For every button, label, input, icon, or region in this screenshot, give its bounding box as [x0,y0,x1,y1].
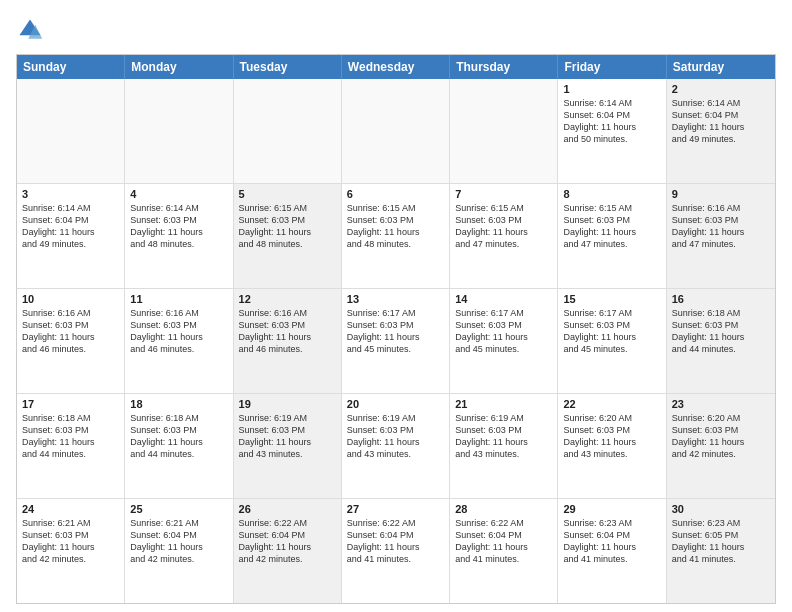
day-info: Sunrise: 6:17 AM Sunset: 6:03 PM Dayligh… [347,307,444,356]
header-day-monday: Monday [125,55,233,79]
calendar-week-4: 17Sunrise: 6:18 AM Sunset: 6:03 PM Dayli… [17,394,775,499]
day-cell-8: 8Sunrise: 6:15 AM Sunset: 6:03 PM Daylig… [558,184,666,288]
day-info: Sunrise: 6:19 AM Sunset: 6:03 PM Dayligh… [347,412,444,461]
calendar-header: SundayMondayTuesdayWednesdayThursdayFrid… [17,55,775,79]
day-cell-17: 17Sunrise: 6:18 AM Sunset: 6:03 PM Dayli… [17,394,125,498]
day-cell-29: 29Sunrise: 6:23 AM Sunset: 6:04 PM Dayli… [558,499,666,603]
day-number: 3 [22,188,119,200]
day-number: 19 [239,398,336,410]
day-info: Sunrise: 6:23 AM Sunset: 6:04 PM Dayligh… [563,517,660,566]
day-info: Sunrise: 6:22 AM Sunset: 6:04 PM Dayligh… [239,517,336,566]
day-info: Sunrise: 6:18 AM Sunset: 6:03 PM Dayligh… [22,412,119,461]
day-number: 26 [239,503,336,515]
header-day-friday: Friday [558,55,666,79]
calendar-week-3: 10Sunrise: 6:16 AM Sunset: 6:03 PM Dayli… [17,289,775,394]
day-cell-2: 2Sunrise: 6:14 AM Sunset: 6:04 PM Daylig… [667,79,775,183]
day-info: Sunrise: 6:14 AM Sunset: 6:03 PM Dayligh… [130,202,227,251]
day-number: 24 [22,503,119,515]
day-number: 18 [130,398,227,410]
day-info: Sunrise: 6:18 AM Sunset: 6:03 PM Dayligh… [672,307,770,356]
day-cell-6: 6Sunrise: 6:15 AM Sunset: 6:03 PM Daylig… [342,184,450,288]
day-info: Sunrise: 6:20 AM Sunset: 6:03 PM Dayligh… [563,412,660,461]
day-info: Sunrise: 6:15 AM Sunset: 6:03 PM Dayligh… [347,202,444,251]
day-cell-30: 30Sunrise: 6:23 AM Sunset: 6:05 PM Dayli… [667,499,775,603]
day-info: Sunrise: 6:22 AM Sunset: 6:04 PM Dayligh… [455,517,552,566]
day-number: 11 [130,293,227,305]
day-info: Sunrise: 6:19 AM Sunset: 6:03 PM Dayligh… [455,412,552,461]
day-number: 2 [672,83,770,95]
day-info: Sunrise: 6:16 AM Sunset: 6:03 PM Dayligh… [239,307,336,356]
header-day-tuesday: Tuesday [234,55,342,79]
day-number: 23 [672,398,770,410]
day-number: 16 [672,293,770,305]
header-day-saturday: Saturday [667,55,775,79]
day-info: Sunrise: 6:20 AM Sunset: 6:03 PM Dayligh… [672,412,770,461]
day-info: Sunrise: 6:21 AM Sunset: 6:04 PM Dayligh… [130,517,227,566]
day-number: 20 [347,398,444,410]
day-number: 8 [563,188,660,200]
day-number: 4 [130,188,227,200]
day-info: Sunrise: 6:21 AM Sunset: 6:03 PM Dayligh… [22,517,119,566]
day-number: 7 [455,188,552,200]
day-number: 25 [130,503,227,515]
calendar: SundayMondayTuesdayWednesdayThursdayFrid… [16,54,776,604]
day-number: 13 [347,293,444,305]
day-cell-23: 23Sunrise: 6:20 AM Sunset: 6:03 PM Dayli… [667,394,775,498]
day-cell-11: 11Sunrise: 6:16 AM Sunset: 6:03 PM Dayli… [125,289,233,393]
day-info: Sunrise: 6:23 AM Sunset: 6:05 PM Dayligh… [672,517,770,566]
day-cell-10: 10Sunrise: 6:16 AM Sunset: 6:03 PM Dayli… [17,289,125,393]
day-cell-16: 16Sunrise: 6:18 AM Sunset: 6:03 PM Dayli… [667,289,775,393]
day-number: 27 [347,503,444,515]
day-number: 15 [563,293,660,305]
day-cell-18: 18Sunrise: 6:18 AM Sunset: 6:03 PM Dayli… [125,394,233,498]
day-cell-21: 21Sunrise: 6:19 AM Sunset: 6:03 PM Dayli… [450,394,558,498]
calendar-body: 1Sunrise: 6:14 AM Sunset: 6:04 PM Daylig… [17,79,775,603]
day-info: Sunrise: 6:14 AM Sunset: 6:04 PM Dayligh… [22,202,119,251]
logo [16,16,48,44]
day-info: Sunrise: 6:16 AM Sunset: 6:03 PM Dayligh… [672,202,770,251]
day-cell-20: 20Sunrise: 6:19 AM Sunset: 6:03 PM Dayli… [342,394,450,498]
day-number: 29 [563,503,660,515]
day-cell-1: 1Sunrise: 6:14 AM Sunset: 6:04 PM Daylig… [558,79,666,183]
day-number: 6 [347,188,444,200]
empty-cell [17,79,125,183]
day-number: 22 [563,398,660,410]
empty-cell [342,79,450,183]
day-cell-3: 3Sunrise: 6:14 AM Sunset: 6:04 PM Daylig… [17,184,125,288]
day-cell-13: 13Sunrise: 6:17 AM Sunset: 6:03 PM Dayli… [342,289,450,393]
day-number: 21 [455,398,552,410]
calendar-week-5: 24Sunrise: 6:21 AM Sunset: 6:03 PM Dayli… [17,499,775,603]
day-cell-4: 4Sunrise: 6:14 AM Sunset: 6:03 PM Daylig… [125,184,233,288]
empty-cell [125,79,233,183]
day-cell-28: 28Sunrise: 6:22 AM Sunset: 6:04 PM Dayli… [450,499,558,603]
day-cell-24: 24Sunrise: 6:21 AM Sunset: 6:03 PM Dayli… [17,499,125,603]
day-info: Sunrise: 6:15 AM Sunset: 6:03 PM Dayligh… [563,202,660,251]
day-cell-19: 19Sunrise: 6:19 AM Sunset: 6:03 PM Dayli… [234,394,342,498]
day-info: Sunrise: 6:14 AM Sunset: 6:04 PM Dayligh… [672,97,770,146]
calendar-week-1: 1Sunrise: 6:14 AM Sunset: 6:04 PM Daylig… [17,79,775,184]
header-day-wednesday: Wednesday [342,55,450,79]
page: SundayMondayTuesdayWednesdayThursdayFrid… [0,0,792,612]
day-info: Sunrise: 6:19 AM Sunset: 6:03 PM Dayligh… [239,412,336,461]
day-cell-26: 26Sunrise: 6:22 AM Sunset: 6:04 PM Dayli… [234,499,342,603]
day-info: Sunrise: 6:22 AM Sunset: 6:04 PM Dayligh… [347,517,444,566]
day-cell-22: 22Sunrise: 6:20 AM Sunset: 6:03 PM Dayli… [558,394,666,498]
day-number: 30 [672,503,770,515]
day-cell-7: 7Sunrise: 6:15 AM Sunset: 6:03 PM Daylig… [450,184,558,288]
day-info: Sunrise: 6:15 AM Sunset: 6:03 PM Dayligh… [455,202,552,251]
day-cell-9: 9Sunrise: 6:16 AM Sunset: 6:03 PM Daylig… [667,184,775,288]
header-day-thursday: Thursday [450,55,558,79]
day-cell-25: 25Sunrise: 6:21 AM Sunset: 6:04 PM Dayli… [125,499,233,603]
day-number: 10 [22,293,119,305]
header [16,16,776,44]
day-number: 5 [239,188,336,200]
day-number: 28 [455,503,552,515]
day-number: 1 [563,83,660,95]
day-cell-27: 27Sunrise: 6:22 AM Sunset: 6:04 PM Dayli… [342,499,450,603]
day-cell-5: 5Sunrise: 6:15 AM Sunset: 6:03 PM Daylig… [234,184,342,288]
calendar-week-2: 3Sunrise: 6:14 AM Sunset: 6:04 PM Daylig… [17,184,775,289]
day-cell-15: 15Sunrise: 6:17 AM Sunset: 6:03 PM Dayli… [558,289,666,393]
day-info: Sunrise: 6:17 AM Sunset: 6:03 PM Dayligh… [455,307,552,356]
day-info: Sunrise: 6:18 AM Sunset: 6:03 PM Dayligh… [130,412,227,461]
day-number: 12 [239,293,336,305]
